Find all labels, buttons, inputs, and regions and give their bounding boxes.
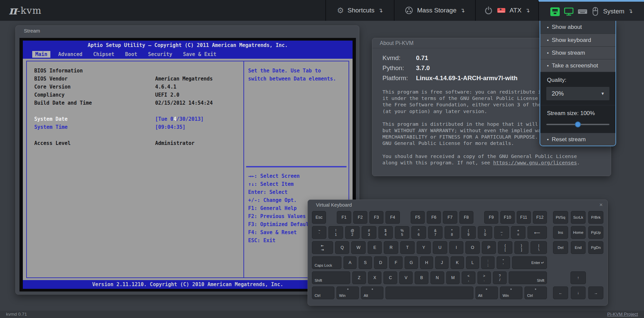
mass-storage-menu-button[interactable]: Mass Storage ↴ — [394, 0, 475, 21]
key-f7[interactable]: F7 — [443, 211, 457, 224]
key-win-left[interactable]: Win — [336, 286, 359, 299]
key-scroll-lock[interactable]: ScrLk — [571, 211, 586, 224]
key-f4[interactable]: F4 — [385, 211, 400, 224]
key-p[interactable]: P — [482, 241, 496, 254]
key-alt-left[interactable]: Alt — [361, 286, 383, 299]
key-f8[interactable]: F8 — [459, 211, 473, 224]
system-menu-button[interactable]: System ↴ — [538, 0, 644, 21]
key-0[interactable]: )0 — [478, 226, 492, 239]
key-f10[interactable]: F10 — [500, 211, 514, 224]
key-i[interactable]: I — [449, 241, 464, 254]
key-shift-right[interactable]: Shift — [509, 271, 547, 284]
key-9[interactable]: (9 — [461, 226, 476, 239]
key-ctrl-left[interactable]: Ctrl — [312, 286, 334, 299]
close-icon[interactable]: × — [599, 200, 603, 210]
shortcuts-menu-button[interactable]: ⚙ Shortcuts ↴ — [325, 0, 394, 21]
pikvm-project-link[interactable]: Pi-KVM Project — [607, 311, 638, 318]
key-print-screen[interactable]: Pt/Sq — [553, 211, 568, 224]
key-n[interactable]: N — [430, 271, 444, 284]
menu-item-show-stream[interactable]: •Show stream — [540, 46, 615, 59]
key-v[interactable]: V — [399, 271, 413, 284]
key-e[interactable]: E — [368, 241, 382, 254]
key-o[interactable]: O — [465, 241, 480, 254]
key-win-right[interactable]: Win — [500, 286, 522, 299]
key-7[interactable]: &7 — [428, 226, 443, 239]
key-comma[interactable]: <, — [462, 271, 475, 284]
key-5[interactable]: %5 — [395, 226, 409, 239]
key-enter[interactable]: Enter ↵ — [512, 256, 547, 269]
key-minus[interactable]: _- — [494, 226, 509, 239]
key-c[interactable]: C — [383, 271, 397, 284]
key-8[interactable]: *8 — [445, 226, 459, 239]
key-t[interactable]: T — [400, 241, 415, 254]
slider-thumb[interactable] — [575, 121, 581, 127]
key-pgdn[interactable]: PgDn — [588, 241, 603, 254]
key-tilde[interactable]: ~` — [312, 226, 326, 239]
gnu-license-link[interactable]: https://www.gnu.org/licenses — [493, 160, 577, 165]
quality-select[interactable]: 20% ▼ — [546, 87, 609, 100]
key-arrow-right[interactable]: → — [588, 286, 603, 299]
key-slash[interactable]: ?/ — [493, 271, 507, 284]
key-x[interactable]: X — [368, 271, 382, 284]
key-backspace[interactable]: ⟵ — [527, 226, 547, 239]
key-f1[interactable]: F1 — [337, 211, 351, 224]
key-b[interactable]: B — [415, 271, 428, 284]
key-3[interactable]: #3 — [362, 226, 376, 239]
bios-screen[interactable]: Aptio Setup Utility – Copyright (C) 2011… — [23, 41, 353, 289]
key-u[interactable]: U — [433, 241, 447, 254]
key-arrow-left[interactable]: ← — [553, 286, 568, 299]
atx-menu-button[interactable]: ATX ↴ — [475, 0, 538, 21]
key-shift-left[interactable]: Shift — [312, 271, 350, 284]
key-y[interactable]: Y — [417, 241, 431, 254]
key-g[interactable]: G — [405, 256, 418, 269]
key-f9[interactable]: F9 — [484, 211, 498, 224]
key-pgup[interactable]: PgUp — [588, 226, 603, 239]
key-bracket-open[interactable]: {[ — [498, 241, 512, 254]
key-esc[interactable]: Esc — [312, 211, 326, 224]
key-backslash[interactable]: |\ — [531, 241, 547, 254]
key-arrow-up[interactable]: ↑ — [570, 271, 586, 284]
key-space[interactable] — [385, 286, 473, 299]
menu-item-show-keyboard[interactable]: •Show keyboard — [540, 34, 615, 46]
key-period[interactable]: >. — [477, 271, 491, 284]
key-s[interactable]: S — [359, 256, 372, 269]
key-f5[interactable]: F5 — [411, 211, 425, 224]
menu-item-show-about[interactable]: •Show about — [540, 21, 615, 34]
key-6[interactable]: ^6 — [411, 226, 426, 239]
key-1[interactable]: !1 — [328, 226, 343, 239]
key-alt-right[interactable]: Alt — [475, 286, 498, 299]
key-f11[interactable]: F11 — [517, 211, 531, 224]
menu-item-reset-stream[interactable]: • Reset stream — [540, 133, 615, 146]
key-f12[interactable]: F12 — [533, 211, 547, 224]
key-w[interactable]: W — [351, 241, 366, 254]
key-f3[interactable]: F3 — [369, 211, 383, 224]
key-pause-break[interactable]: P/Brk — [588, 211, 603, 224]
key-k[interactable]: K — [451, 256, 464, 269]
key-home[interactable]: Home — [571, 226, 586, 239]
stream-size-slider[interactable] — [546, 121, 609, 127]
key-j[interactable]: J — [435, 256, 449, 269]
key-q[interactable]: Q — [335, 241, 350, 254]
menu-item-take-a-screenshot[interactable]: •Take a screenshot — [540, 59, 615, 72]
key-end[interactable]: End — [571, 241, 586, 254]
key-r[interactable]: R — [384, 241, 398, 254]
key-a[interactable]: A — [343, 256, 357, 269]
key-ins[interactable]: Ins — [553, 226, 568, 239]
key-ctrl-right[interactable]: Ctrl — [524, 286, 547, 299]
key-f[interactable]: F — [389, 256, 403, 269]
key-d[interactable]: D — [374, 256, 387, 269]
key-semicolon[interactable]: :; — [481, 256, 495, 269]
key-4[interactable]: $4 — [378, 226, 393, 239]
key-tab[interactable]: ⇤⇥ — [312, 241, 333, 254]
key-arrow-down[interactable]: ↓ — [571, 286, 586, 299]
key-equals[interactable]: += — [511, 226, 525, 239]
key-f2[interactable]: F2 — [353, 211, 367, 224]
key-del[interactable]: Del — [553, 241, 568, 254]
key-z[interactable]: Z — [352, 271, 366, 284]
key-2[interactable]: @2 — [345, 226, 360, 239]
key-l[interactable]: L — [466, 256, 479, 269]
key-quote[interactable]: "' — [497, 256, 510, 269]
key-bracket-close[interactable]: }] — [514, 241, 529, 254]
key-m[interactable]: M — [446, 271, 460, 284]
key-caps-lock[interactable]: Caps Lock — [312, 256, 341, 269]
